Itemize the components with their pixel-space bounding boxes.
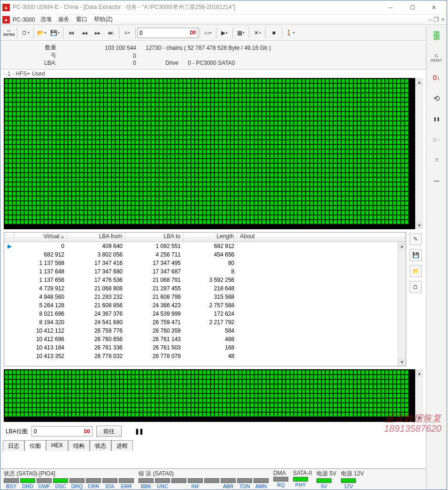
col-lba-from[interactable]: LBA from: [67, 233, 125, 241]
tools-button[interactable]: ✕▾: [251, 26, 264, 39]
table-row[interactable]: 10 412 69626 760 65626 761 143488: [4, 335, 406, 343]
mdi-close-button[interactable]: ×: [441, 16, 445, 23]
table-row[interactable]: 10 412 11226 759 77626 760 359584: [4, 327, 406, 335]
table-scroll-down[interactable]: ▼: [398, 358, 406, 366]
rail-copy-button[interactable]: ❐: [429, 153, 445, 167]
tab-4[interactable]: 状态: [90, 440, 111, 451]
status-led: [237, 478, 252, 483]
side-doc-button[interactable]: 🗋: [409, 281, 422, 293]
map-scrollbar[interactable]: ▲ ▼: [415, 78, 423, 229]
close-button[interactable]: ✕: [423, 1, 445, 14]
maximize-button[interactable]: ☐: [402, 1, 423, 14]
grid-button[interactable]: ⌗▾: [121, 26, 134, 39]
rail-width-button[interactable]: ⟷: [429, 174, 445, 188]
minimize-button[interactable]: ─: [380, 1, 402, 14]
rail-pause-button[interactable]: ❚❚: [429, 112, 445, 126]
lower-map-scrollbar[interactable]: ▲ ▼: [415, 369, 423, 422]
status-led: [204, 478, 219, 483]
tab-2[interactable]: HEX: [46, 440, 68, 451]
status-led: [293, 477, 308, 482]
lower-scroll-up[interactable]: ▲: [416, 369, 423, 377]
menu-options[interactable]: 选项: [40, 16, 52, 23]
rail-cycle-button[interactable]: ⟲: [429, 91, 445, 105]
tb-new-button[interactable]: 🗋▾: [19, 26, 32, 39]
status-led: [273, 477, 288, 482]
col-about[interactable]: About: [237, 233, 406, 241]
table-row[interactable]: 10 413 35226 778 03226 778 07948: [4, 352, 406, 360]
side-save-button[interactable]: 💾: [409, 249, 422, 261]
menu-window[interactable]: 窗口: [76, 16, 87, 23]
status-group-title: 状态 (SATA0)-[PIO4]: [4, 470, 134, 478]
col-length[interactable]: Length: [184, 233, 237, 241]
side-open-button[interactable]: 📁: [409, 265, 422, 277]
table-row[interactable]: 4 729 91221 068 80821 287 455218 648: [4, 284, 406, 293]
exit-button[interactable]: 🚶▾: [284, 26, 297, 39]
status-led: [188, 478, 203, 483]
rail-zero-button[interactable]: 0↓: [429, 70, 445, 85]
status-led-label: PHY: [295, 482, 306, 488]
menu-service[interactable]: 服务: [58, 16, 70, 23]
lba-input[interactable]: 0 D0: [137, 28, 198, 38]
table-scrollbar[interactable]: ▲ ▼: [398, 242, 406, 366]
info-value-lba: 0: [61, 60, 136, 66]
table-row[interactable]: 1 137 64817 347 68017 347 6878: [4, 267, 406, 276]
scroll-down-button[interactable]: ▼: [416, 221, 423, 229]
stop-button[interactable]: ■: [267, 26, 280, 39]
chain-table[interactable]: Virtual ▵ LBA from LBA to Length About ▶…: [4, 232, 406, 366]
tb-open-button[interactable]: 📂▾: [35, 26, 48, 39]
goto-button[interactable]: 前往: [96, 426, 122, 437]
table-row[interactable]: 8 021 69624 367 37624 539 999172 624: [4, 310, 406, 318]
col-lba-to[interactable]: LBA to: [125, 233, 184, 241]
tab-0[interactable]: 日志: [3, 440, 24, 451]
pause-icon[interactable]: ❚❚: [135, 428, 143, 435]
rail-db-icon[interactable]: 🗄: [429, 29, 445, 43]
main-toolbar: ↔ SATA0 🗋▾ 📂▾ 💾▾ ⏮ ◂◂ ▸▸ ⏭ ⌗▾ 0 D0 ▭▾ ▶▾…: [0, 25, 447, 41]
mdi-restore-button[interactable]: ❐: [433, 16, 439, 23]
info-extra-chains: 12730 - chains ( 52 787 478 528 Byte / 4…: [146, 45, 271, 51]
status-led-label: UNC: [157, 483, 168, 489]
tab-3[interactable]: 结构: [68, 440, 90, 451]
inner-title: PC-3000: [13, 16, 35, 23]
nav-last-button[interactable]: ⏭: [104, 26, 117, 39]
port-selector[interactable]: ↔ SATA0: [2, 26, 15, 39]
nav-prev-button[interactable]: ◂◂: [78, 26, 91, 39]
status-led-label: ERR: [121, 483, 131, 489]
status-led-label: CRR: [88, 483, 99, 489]
col-virtual[interactable]: Virtual ▵: [15, 233, 67, 241]
table-row[interactable]: 5 264 12821 608 85624 366 4232 757 568: [4, 301, 406, 310]
grid2-button[interactable]: ▦▾: [234, 26, 247, 39]
table-row[interactable]: 4 948 56021 293 23221 608 799315 568: [4, 293, 406, 301]
table-row[interactable]: ▶0409 6401 092 551682 912: [4, 242, 406, 250]
table-row[interactable]: 682 9123 802 0564 256 711454 656: [4, 250, 406, 259]
status-led-label: DWF: [38, 483, 50, 489]
tb-mark-button[interactable]: ▭▾: [201, 26, 215, 39]
play-button[interactable]: ▶▾: [218, 26, 231, 39]
upper-sector-map[interactable]: ▲ ▼: [4, 78, 423, 229]
table-row[interactable]: 8 194 32024 541 68026 759 4712 217 792: [4, 318, 406, 327]
mdi-minimize-button[interactable]: –: [428, 16, 432, 23]
table-scroll-up[interactable]: ▲: [398, 242, 406, 250]
tab-5[interactable]: 进程: [111, 440, 133, 451]
table-row[interactable]: 1 137 56817 347 41617 347 49580: [4, 259, 406, 267]
info-value-count: 103 100 544: [61, 45, 136, 51]
info-value-drive: 0 - PC3000 SATA0: [188, 60, 235, 66]
status-led-label: AMN: [255, 483, 267, 489]
lba-bitmap-input[interactable]: 0 D0: [31, 426, 93, 436]
tab-1[interactable]: 位图: [24, 440, 46, 451]
table-row[interactable]: 1 137 65617 476 53621 068 7913 592 256: [4, 276, 406, 284]
lower-scroll-down[interactable]: ▼: [416, 414, 423, 422]
rail-reset-button[interactable]: ⎌RESET: [429, 50, 445, 64]
lower-sector-map[interactable]: ▲ ▼: [4, 369, 423, 422]
menu-help[interactable]: 帮助(Z): [94, 16, 112, 23]
status-group-title: DMA: [273, 470, 288, 476]
table-row[interactable]: 10 413 18426 761 33626 761 503168: [4, 343, 406, 352]
rail-step-button[interactable]: ▢→: [429, 132, 445, 147]
tb-save-button[interactable]: 💾▾: [48, 26, 62, 39]
nav-first-button[interactable]: ⏮: [65, 26, 78, 39]
status-led: [254, 478, 269, 483]
status-group-title: 电源 12V: [341, 470, 364, 478]
scroll-up-button[interactable]: ▲: [416, 78, 423, 86]
status-led: [119, 478, 134, 483]
side-edit-button[interactable]: ✎: [409, 233, 422, 245]
nav-next-button[interactable]: ▸▸: [91, 26, 104, 39]
